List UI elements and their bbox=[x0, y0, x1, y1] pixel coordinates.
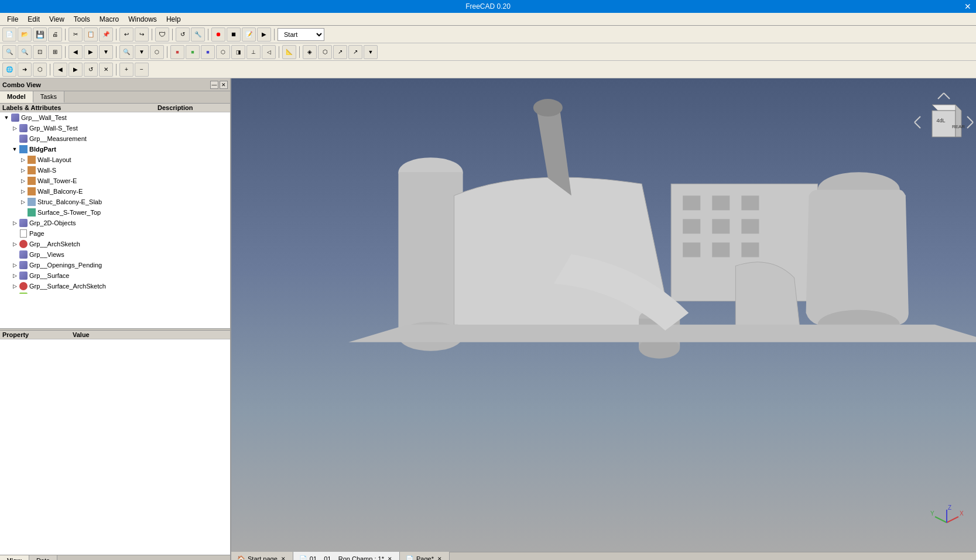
copy-button[interactable]: 📋 bbox=[84, 28, 98, 42]
new-button[interactable]: 📄 bbox=[2, 28, 16, 42]
axo-view-button[interactable]: ⬡ bbox=[216, 45, 230, 59]
undo-button[interactable]: ↩ bbox=[119, 28, 133, 42]
doc-tab-ron-champ[interactable]: 📄 01__01__Ron Champ : 1* ✕ bbox=[293, 552, 400, 560]
plus-button[interactable]: + bbox=[119, 63, 133, 77]
tree-item-surface-tower[interactable]: ▷ Surface_S-Tower_Top bbox=[0, 207, 230, 218]
back-view-button[interactable]: ◨ bbox=[231, 45, 245, 59]
menu-file[interactable]: File bbox=[2, 14, 23, 25]
front-view-button[interactable]: ■ bbox=[170, 45, 184, 59]
tree-item-wall-s[interactable]: ▷ Wall-S bbox=[0, 165, 230, 176]
tree-item-grp-measure[interactable]: ▷ Grp__Measurement bbox=[0, 133, 230, 144]
macro-button[interactable]: 📝 bbox=[242, 28, 256, 42]
refresh2-button[interactable]: ↺ bbox=[84, 63, 98, 77]
tree-item-grp-2d[interactable]: ▷ Grp_2D-Objects bbox=[0, 218, 230, 228]
tool-button[interactable]: 🔧 bbox=[191, 28, 205, 42]
menu-windows[interactable]: Windows bbox=[124, 14, 162, 25]
arrow-grp-2d[interactable]: ▷ bbox=[11, 220, 19, 226]
tree-item-grp-wall-test[interactable]: ▼ Grp__Wall_Test bbox=[0, 112, 230, 123]
zoom-out-button[interactable]: 🔍 bbox=[18, 45, 32, 59]
arrow-grp-openings[interactable]: ▷ bbox=[11, 262, 19, 268]
tree-item-wall-balcony[interactable]: ▷ Wall_Balcony-E bbox=[0, 186, 230, 197]
arrow-wall-tower[interactable]: ▷ bbox=[19, 178, 27, 184]
stop-button[interactable]: ⏹ bbox=[227, 28, 241, 42]
left-view-button[interactable]: ◁ bbox=[262, 45, 276, 59]
doc-tab-start[interactable]: 🏠 Start page ✕ bbox=[231, 552, 293, 560]
page-tab-close[interactable]: ✕ bbox=[436, 555, 443, 560]
redo-button[interactable]: ↪ bbox=[135, 28, 149, 42]
globe-button[interactable]: 🌐 bbox=[2, 63, 16, 77]
menu-help[interactable]: Help bbox=[162, 14, 186, 25]
tree-item-grp-archsketch[interactable]: ▷ Grp__ArchSketch bbox=[0, 239, 230, 249]
part-button[interactable]: ⬡ bbox=[318, 45, 332, 59]
property-content[interactable] bbox=[0, 339, 230, 555]
zoom-dropdown-button[interactable]: ▼ bbox=[135, 45, 149, 59]
arrow-grp-surface-arch[interactable]: ▷ bbox=[11, 283, 19, 289]
tree-item-grp-wall-s-test[interactable]: ▷ Grp_Wall-S_Test bbox=[0, 123, 230, 133]
minus-button[interactable]: − bbox=[135, 63, 149, 77]
tree-item-struc-balcony[interactable]: ▷ Struc_Balcony-E_Slab bbox=[0, 197, 230, 207]
nav-fwd-button[interactable]: ▶ bbox=[84, 45, 98, 59]
close-button[interactable]: ✕ bbox=[964, 2, 971, 11]
stop2-button[interactable]: ✕ bbox=[99, 63, 113, 77]
menu-macro[interactable]: Macro bbox=[95, 14, 124, 25]
arrow-wall-balcony[interactable]: ▷ bbox=[19, 188, 27, 194]
bottom-view-button[interactable]: ⊥ bbox=[246, 45, 261, 59]
tree-item-extru[interactable]: ▷ Extru_S-Tower_Profile-Plan-Outer bbox=[0, 291, 230, 294]
arrow-struc-balcony[interactable]: ▷ bbox=[19, 199, 27, 205]
arrow-grp-wall-test[interactable]: ▼ bbox=[2, 115, 11, 121]
menu-edit[interactable]: Edit bbox=[23, 14, 44, 25]
top-view-button[interactable]: ■ bbox=[186, 45, 200, 59]
menu-tools[interactable]: Tools bbox=[69, 14, 95, 25]
back2-button[interactable]: ◀ bbox=[53, 63, 67, 77]
nav-menu-button[interactable]: ⬡ bbox=[33, 63, 47, 77]
render-button[interactable]: ◈ bbox=[303, 45, 317, 59]
export1-button[interactable]: ↗ bbox=[333, 45, 347, 59]
standard-view-button[interactable]: ⬡ bbox=[150, 45, 164, 59]
zoom-area-button[interactable]: 🔍 bbox=[119, 45, 133, 59]
record-button[interactable]: ⏺ bbox=[211, 28, 225, 42]
tree-item-wall-tower-e[interactable]: ▷ Wall_Tower-E bbox=[0, 176, 230, 186]
3d-viewport[interactable]: 4dL REAR X Y Z bbox=[231, 78, 976, 552]
play-button[interactable]: ▶ bbox=[257, 28, 271, 42]
zoom-in-button[interactable]: 🔍 bbox=[2, 45, 16, 59]
tab-tasks[interactable]: Tasks bbox=[33, 91, 64, 103]
arrow-grp-surface[interactable]: ▷ bbox=[11, 273, 19, 279]
open-button[interactable]: 📂 bbox=[18, 28, 32, 42]
nav-arrow-button[interactable]: ➜ bbox=[18, 63, 32, 77]
nav-back-button[interactable]: ◀ bbox=[69, 45, 83, 59]
menu-view[interactable]: View bbox=[44, 14, 69, 25]
arrow-wall-s[interactable]: ▷ bbox=[19, 167, 27, 173]
right-view-button[interactable]: ■ bbox=[201, 45, 215, 59]
view-menu-button[interactable]: ▼ bbox=[99, 45, 113, 59]
combo-minimize[interactable]: — bbox=[210, 81, 218, 89]
ron-champ-tab-close[interactable]: ✕ bbox=[386, 555, 393, 560]
tree-item-bldgpart[interactable]: ▼ BldgPart bbox=[0, 144, 230, 154]
combo-close[interactable]: ✕ bbox=[220, 81, 228, 89]
tab-view[interactable]: View bbox=[0, 555, 29, 560]
print-button[interactable]: 🖨 bbox=[48, 28, 62, 42]
view-cube[interactable]: 4dL REAR bbox=[912, 90, 964, 143]
tab-data[interactable]: Data bbox=[29, 555, 57, 560]
cut-button[interactable]: ✂ bbox=[69, 28, 83, 42]
tree-item-grp-surface[interactable]: ▷ Grp__Surface bbox=[0, 270, 230, 281]
tree-item-grp-surface-archsketch[interactable]: ▷ Grp__Surface_ArchSketch bbox=[0, 281, 230, 291]
arrow-wall-layout[interactable]: ▷ bbox=[19, 157, 27, 163]
shield-button[interactable]: 🛡 bbox=[155, 28, 169, 42]
fit-all-button[interactable]: ⊡ bbox=[33, 45, 47, 59]
export2-button[interactable]: ↗ bbox=[348, 45, 362, 59]
fit-select-button[interactable]: ⊞ bbox=[48, 45, 62, 59]
fwd2-button[interactable]: ▶ bbox=[69, 63, 83, 77]
tree-item-grp-openings[interactable]: ▷ Grp__Openings_Pending bbox=[0, 260, 230, 270]
measure-button[interactable]: 📐 bbox=[282, 45, 296, 59]
start-tab-close[interactable]: ✕ bbox=[280, 555, 287, 560]
tree-scroll[interactable]: ▼ Grp__Wall_Test ▷ Grp_Wall-S_Test ▷ bbox=[0, 112, 230, 294]
tab-model[interactable]: Model bbox=[0, 91, 33, 103]
save-button[interactable]: 💾 bbox=[33, 28, 47, 42]
tree-item-grp-views[interactable]: ▷ Grp__Views bbox=[0, 249, 230, 260]
export3-button[interactable]: ▼ bbox=[364, 45, 378, 59]
arrow-bldgpart[interactable]: ▼ bbox=[11, 146, 19, 152]
arrow-grp-wall-s[interactable]: ▷ bbox=[11, 125, 19, 131]
arrow-grp-archsketch[interactable]: ▷ bbox=[11, 241, 19, 247]
doc-tab-page[interactable]: 📄 Page* ✕ bbox=[400, 552, 450, 560]
workbench-dropdown[interactable]: Start Part Arch Draft bbox=[278, 28, 324, 41]
